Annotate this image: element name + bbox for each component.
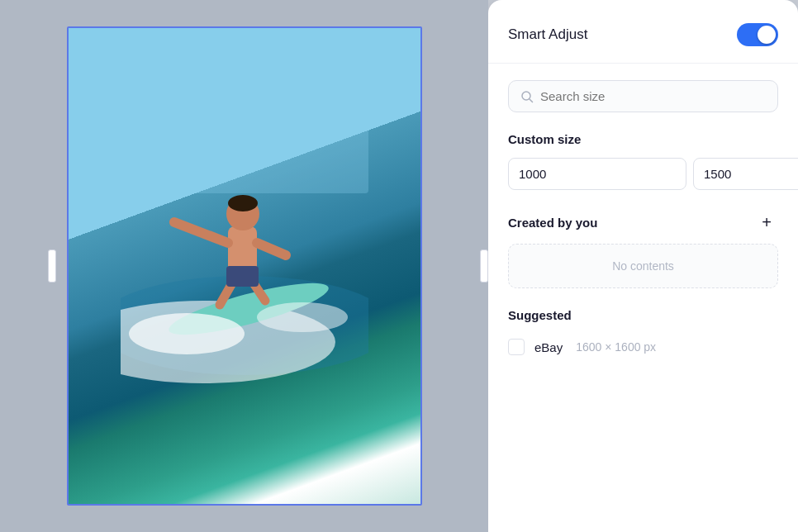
surfer-illustration bbox=[121, 61, 368, 392]
svg-point-12 bbox=[257, 302, 348, 332]
suggested-section: Suggested eBay 1600 × 1600 px bbox=[508, 308, 778, 362]
ebay-name: eBay bbox=[534, 340, 563, 354]
svg-line-6 bbox=[174, 222, 228, 243]
svg-line-7 bbox=[257, 243, 286, 255]
no-contents-box: No contents bbox=[508, 244, 778, 288]
svg-rect-0 bbox=[121, 61, 368, 193]
width-input[interactable] bbox=[508, 158, 686, 190]
toggle-knob bbox=[758, 26, 776, 44]
created-by-you-header: Created by you + bbox=[508, 211, 778, 234]
svg-point-11 bbox=[129, 313, 245, 354]
divider-1 bbox=[488, 63, 798, 64]
canvas-image bbox=[69, 28, 420, 504]
svg-point-13 bbox=[228, 195, 258, 211]
svg-line-15 bbox=[530, 99, 533, 102]
created-by-you-label: Created by you bbox=[508, 216, 597, 230]
add-icon: + bbox=[762, 213, 772, 232]
no-contents-label: No contents bbox=[612, 259, 674, 273]
suggested-item-ebay[interactable]: eBay 1600 × 1600 px bbox=[508, 332, 778, 362]
canvas-image-frame[interactable] bbox=[67, 26, 422, 506]
smart-adjust-toggle[interactable] bbox=[737, 23, 778, 46]
search-input[interactable] bbox=[540, 89, 766, 103]
add-created-button[interactable]: + bbox=[755, 211, 778, 234]
canvas-area bbox=[0, 0, 488, 532]
right-panel: Smart Adjust Custom size px bbox=[488, 0, 798, 532]
search-box[interactable] bbox=[508, 80, 778, 112]
ebay-size: 1600 × 1600 px bbox=[576, 340, 656, 354]
height-input[interactable] bbox=[693, 158, 798, 190]
resize-handle-right[interactable] bbox=[480, 249, 488, 283]
resize-handle-left[interactable] bbox=[48, 249, 56, 283]
suggested-label: Suggested bbox=[508, 308, 778, 322]
search-icon bbox=[520, 90, 534, 103]
smart-adjust-row: Smart Adjust bbox=[508, 23, 778, 46]
custom-size-row: px bbox=[508, 156, 778, 191]
smart-adjust-label: Smart Adjust bbox=[508, 26, 587, 43]
svg-rect-10 bbox=[226, 266, 259, 287]
ebay-checkbox[interactable] bbox=[508, 339, 525, 355]
custom-size-label: Custom size bbox=[508, 132, 778, 146]
